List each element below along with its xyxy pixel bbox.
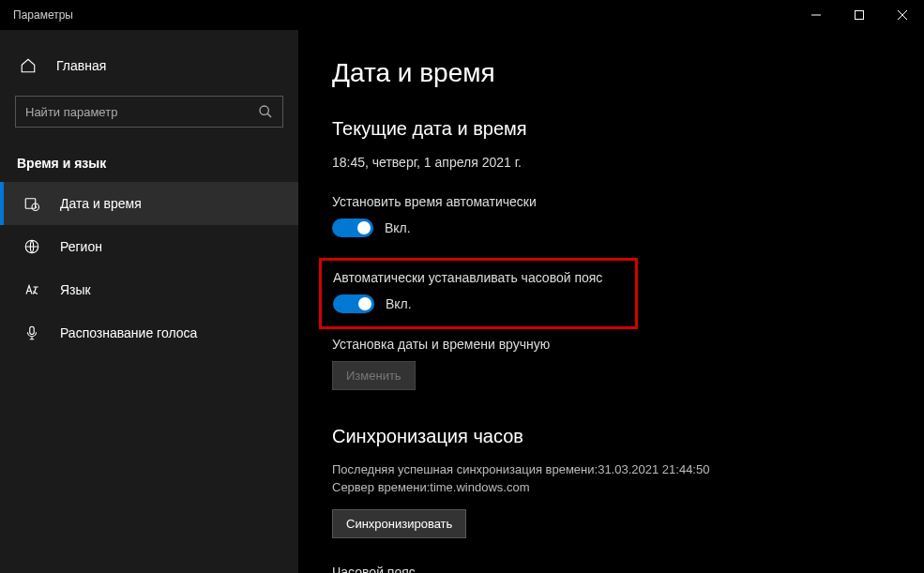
sync-section-title: Синхронизация часов: [332, 426, 924, 447]
sync-last-line: Последняя успешная синхронизация времени…: [332, 462, 924, 476]
auto-time-toggle[interactable]: [332, 219, 373, 237]
home-label: Главная: [56, 58, 106, 73]
home-icon: [19, 56, 38, 75]
minimize-button[interactable]: [795, 0, 838, 30]
sidebar-item-region[interactable]: Регион: [0, 225, 298, 268]
search-icon: [258, 104, 273, 119]
sidebar-item-label: Регион: [60, 239, 102, 254]
manual-datetime-label: Установка даты и времени вручную: [332, 337, 924, 352]
sidebar-item-speech[interactable]: Распознавание голоса: [0, 311, 298, 354]
section-current-title: Текущие дата и время: [332, 118, 924, 140]
search-input[interactable]: [25, 105, 258, 119]
language-icon: [23, 280, 41, 299]
sidebar-item-label: Дата и время: [60, 196, 142, 211]
svg-rect-1: [856, 11, 864, 20]
highlight-box: Автоматически устанавливать часовой пояс…: [319, 258, 638, 329]
sidebar-item-label: Распознавание голоса: [60, 325, 197, 340]
close-button[interactable]: [881, 0, 924, 30]
change-button[interactable]: Изменить: [332, 361, 416, 390]
page-title: Дата и время: [332, 58, 924, 88]
svg-rect-9: [30, 326, 35, 334]
auto-tz-label: Автоматически устанавливать часовой пояс: [333, 270, 624, 285]
globe-icon: [23, 237, 41, 256]
sidebar-category-label: Время и язык: [0, 128, 298, 182]
content-area: Дата и время Текущие дата и время 18:45,…: [298, 30, 924, 573]
sidebar: Главная Время и язык Дата и время Регион: [0, 30, 298, 573]
search-box[interactable]: [15, 96, 283, 128]
sync-server-line: Сервер времени:time.windows.com: [332, 480, 924, 494]
svg-point-4: [260, 106, 268, 114]
titlebar: Параметры: [0, 0, 924, 30]
sidebar-item-label: Язык: [60, 282, 91, 297]
home-button[interactable]: Главная: [0, 47, 298, 84]
auto-tz-state: Вкл.: [386, 296, 412, 311]
timezone-label: Часовой пояс: [332, 565, 924, 573]
calendar-clock-icon: [23, 194, 41, 213]
microphone-icon: [23, 324, 41, 342]
sidebar-item-date-time[interactable]: Дата и время: [0, 182, 298, 225]
auto-tz-toggle[interactable]: [333, 294, 374, 313]
current-datetime: 18:45, четверг, 1 апреля 2021 г.: [332, 155, 924, 170]
maximize-button[interactable]: [838, 0, 881, 30]
auto-time-label: Установить время автоматически: [332, 194, 924, 209]
titlebar-title: Параметры: [0, 8, 73, 22]
sync-button[interactable]: Синхронизировать: [332, 509, 466, 538]
svg-line-5: [267, 113, 271, 117]
sidebar-item-language[interactable]: Язык: [0, 268, 298, 311]
auto-time-state: Вкл.: [385, 220, 411, 235]
